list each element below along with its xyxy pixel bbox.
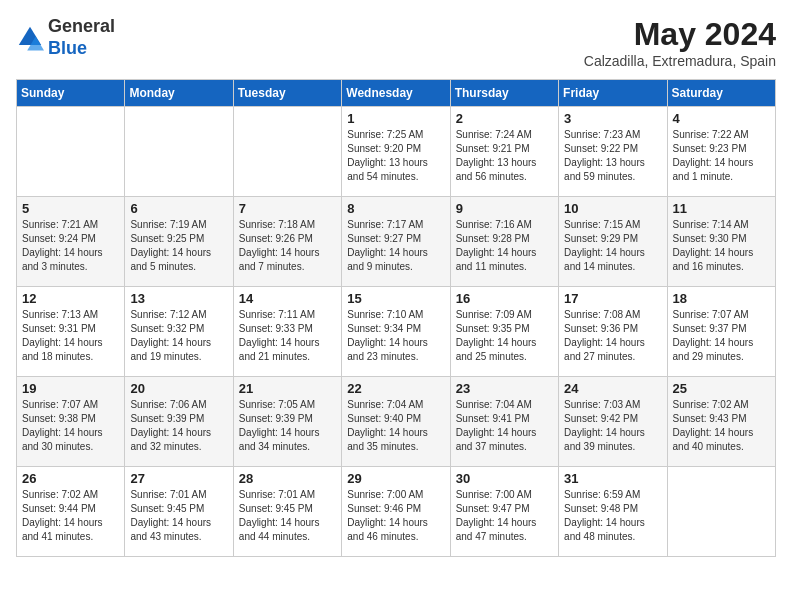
- weekday-header-wednesday: Wednesday: [342, 80, 450, 107]
- calendar-week-4: 19Sunrise: 7:07 AM Sunset: 9:38 PM Dayli…: [17, 377, 776, 467]
- day-number: 1: [347, 111, 444, 126]
- calendar-cell: 17Sunrise: 7:08 AM Sunset: 9:36 PM Dayli…: [559, 287, 667, 377]
- day-info: Sunrise: 7:06 AM Sunset: 9:39 PM Dayligh…: [130, 398, 227, 454]
- day-number: 26: [22, 471, 119, 486]
- day-number: 4: [673, 111, 770, 126]
- day-info: Sunrise: 7:16 AM Sunset: 9:28 PM Dayligh…: [456, 218, 553, 274]
- calendar-cell: 30Sunrise: 7:00 AM Sunset: 9:47 PM Dayli…: [450, 467, 558, 557]
- day-number: 27: [130, 471, 227, 486]
- day-number: 16: [456, 291, 553, 306]
- day-info: Sunrise: 7:23 AM Sunset: 9:22 PM Dayligh…: [564, 128, 661, 184]
- day-info: Sunrise: 7:04 AM Sunset: 9:40 PM Dayligh…: [347, 398, 444, 454]
- calendar-cell: 6Sunrise: 7:19 AM Sunset: 9:25 PM Daylig…: [125, 197, 233, 287]
- calendar-cell: 15Sunrise: 7:10 AM Sunset: 9:34 PM Dayli…: [342, 287, 450, 377]
- day-info: Sunrise: 7:17 AM Sunset: 9:27 PM Dayligh…: [347, 218, 444, 274]
- page-header: General Blue May 2024 Calzadilla, Extrem…: [16, 16, 776, 69]
- calendar-table: SundayMondayTuesdayWednesdayThursdayFrid…: [16, 79, 776, 557]
- calendar-cell: [233, 107, 341, 197]
- day-number: 18: [673, 291, 770, 306]
- day-info: Sunrise: 7:19 AM Sunset: 9:25 PM Dayligh…: [130, 218, 227, 274]
- day-number: 30: [456, 471, 553, 486]
- calendar-cell: 28Sunrise: 7:01 AM Sunset: 9:45 PM Dayli…: [233, 467, 341, 557]
- day-info: Sunrise: 7:09 AM Sunset: 9:35 PM Dayligh…: [456, 308, 553, 364]
- calendar-cell: [125, 107, 233, 197]
- day-info: Sunrise: 7:13 AM Sunset: 9:31 PM Dayligh…: [22, 308, 119, 364]
- calendar-cell: 4Sunrise: 7:22 AM Sunset: 9:23 PM Daylig…: [667, 107, 775, 197]
- day-number: 6: [130, 201, 227, 216]
- day-number: 11: [673, 201, 770, 216]
- day-info: Sunrise: 7:11 AM Sunset: 9:33 PM Dayligh…: [239, 308, 336, 364]
- day-info: Sunrise: 7:01 AM Sunset: 9:45 PM Dayligh…: [130, 488, 227, 544]
- logo-general-text: General: [48, 16, 115, 36]
- calendar-cell: 10Sunrise: 7:15 AM Sunset: 9:29 PM Dayli…: [559, 197, 667, 287]
- calendar-cell: 7Sunrise: 7:18 AM Sunset: 9:26 PM Daylig…: [233, 197, 341, 287]
- day-number: 17: [564, 291, 661, 306]
- calendar-cell: 9Sunrise: 7:16 AM Sunset: 9:28 PM Daylig…: [450, 197, 558, 287]
- weekday-header-saturday: Saturday: [667, 80, 775, 107]
- day-info: Sunrise: 7:04 AM Sunset: 9:41 PM Dayligh…: [456, 398, 553, 454]
- calendar-cell: 13Sunrise: 7:12 AM Sunset: 9:32 PM Dayli…: [125, 287, 233, 377]
- day-info: Sunrise: 7:14 AM Sunset: 9:30 PM Dayligh…: [673, 218, 770, 274]
- month-title: May 2024: [584, 16, 776, 53]
- day-info: Sunrise: 7:22 AM Sunset: 9:23 PM Dayligh…: [673, 128, 770, 184]
- calendar-cell: [667, 467, 775, 557]
- day-number: 28: [239, 471, 336, 486]
- day-number: 29: [347, 471, 444, 486]
- day-info: Sunrise: 7:00 AM Sunset: 9:47 PM Dayligh…: [456, 488, 553, 544]
- day-info: Sunrise: 7:10 AM Sunset: 9:34 PM Dayligh…: [347, 308, 444, 364]
- calendar-cell: 2Sunrise: 7:24 AM Sunset: 9:21 PM Daylig…: [450, 107, 558, 197]
- calendar-cell: 27Sunrise: 7:01 AM Sunset: 9:45 PM Dayli…: [125, 467, 233, 557]
- calendar-cell: 22Sunrise: 7:04 AM Sunset: 9:40 PM Dayli…: [342, 377, 450, 467]
- day-info: Sunrise: 7:12 AM Sunset: 9:32 PM Dayligh…: [130, 308, 227, 364]
- day-number: 21: [239, 381, 336, 396]
- day-info: Sunrise: 7:15 AM Sunset: 9:29 PM Dayligh…: [564, 218, 661, 274]
- calendar-cell: 20Sunrise: 7:06 AM Sunset: 9:39 PM Dayli…: [125, 377, 233, 467]
- weekday-header-tuesday: Tuesday: [233, 80, 341, 107]
- weekday-header-sunday: Sunday: [17, 80, 125, 107]
- day-number: 14: [239, 291, 336, 306]
- calendar-cell: 3Sunrise: 7:23 AM Sunset: 9:22 PM Daylig…: [559, 107, 667, 197]
- day-number: 3: [564, 111, 661, 126]
- day-number: 19: [22, 381, 119, 396]
- weekday-header-friday: Friday: [559, 80, 667, 107]
- day-number: 22: [347, 381, 444, 396]
- day-info: Sunrise: 7:01 AM Sunset: 9:45 PM Dayligh…: [239, 488, 336, 544]
- weekday-header-monday: Monday: [125, 80, 233, 107]
- calendar-cell: 12Sunrise: 7:13 AM Sunset: 9:31 PM Dayli…: [17, 287, 125, 377]
- calendar-week-3: 12Sunrise: 7:13 AM Sunset: 9:31 PM Dayli…: [17, 287, 776, 377]
- day-number: 23: [456, 381, 553, 396]
- day-info: Sunrise: 7:05 AM Sunset: 9:39 PM Dayligh…: [239, 398, 336, 454]
- calendar-week-1: 1Sunrise: 7:25 AM Sunset: 9:20 PM Daylig…: [17, 107, 776, 197]
- calendar-cell: 23Sunrise: 7:04 AM Sunset: 9:41 PM Dayli…: [450, 377, 558, 467]
- calendar-cell: 5Sunrise: 7:21 AM Sunset: 9:24 PM Daylig…: [17, 197, 125, 287]
- calendar-week-2: 5Sunrise: 7:21 AM Sunset: 9:24 PM Daylig…: [17, 197, 776, 287]
- day-number: 8: [347, 201, 444, 216]
- title-block: May 2024 Calzadilla, Extremadura, Spain: [584, 16, 776, 69]
- calendar-cell: 8Sunrise: 7:17 AM Sunset: 9:27 PM Daylig…: [342, 197, 450, 287]
- calendar-cell: 18Sunrise: 7:07 AM Sunset: 9:37 PM Dayli…: [667, 287, 775, 377]
- weekday-header-thursday: Thursday: [450, 80, 558, 107]
- day-info: Sunrise: 7:18 AM Sunset: 9:26 PM Dayligh…: [239, 218, 336, 274]
- calendar-cell: 31Sunrise: 6:59 AM Sunset: 9:48 PM Dayli…: [559, 467, 667, 557]
- day-number: 9: [456, 201, 553, 216]
- calendar-week-5: 26Sunrise: 7:02 AM Sunset: 9:44 PM Dayli…: [17, 467, 776, 557]
- day-info: Sunrise: 7:21 AM Sunset: 9:24 PM Dayligh…: [22, 218, 119, 274]
- calendar-cell: 19Sunrise: 7:07 AM Sunset: 9:38 PM Dayli…: [17, 377, 125, 467]
- day-number: 24: [564, 381, 661, 396]
- calendar-cell: 14Sunrise: 7:11 AM Sunset: 9:33 PM Dayli…: [233, 287, 341, 377]
- day-info: Sunrise: 6:59 AM Sunset: 9:48 PM Dayligh…: [564, 488, 661, 544]
- day-info: Sunrise: 7:02 AM Sunset: 9:44 PM Dayligh…: [22, 488, 119, 544]
- calendar-cell: 16Sunrise: 7:09 AM Sunset: 9:35 PM Dayli…: [450, 287, 558, 377]
- day-info: Sunrise: 7:25 AM Sunset: 9:20 PM Dayligh…: [347, 128, 444, 184]
- day-number: 7: [239, 201, 336, 216]
- calendar-cell: 21Sunrise: 7:05 AM Sunset: 9:39 PM Dayli…: [233, 377, 341, 467]
- day-info: Sunrise: 7:03 AM Sunset: 9:42 PM Dayligh…: [564, 398, 661, 454]
- day-info: Sunrise: 7:07 AM Sunset: 9:38 PM Dayligh…: [22, 398, 119, 454]
- day-number: 31: [564, 471, 661, 486]
- calendar-cell: [17, 107, 125, 197]
- logo-blue-text: Blue: [48, 38, 87, 58]
- location: Calzadilla, Extremadura, Spain: [584, 53, 776, 69]
- day-number: 13: [130, 291, 227, 306]
- calendar-cell: 29Sunrise: 7:00 AM Sunset: 9:46 PM Dayli…: [342, 467, 450, 557]
- day-number: 20: [130, 381, 227, 396]
